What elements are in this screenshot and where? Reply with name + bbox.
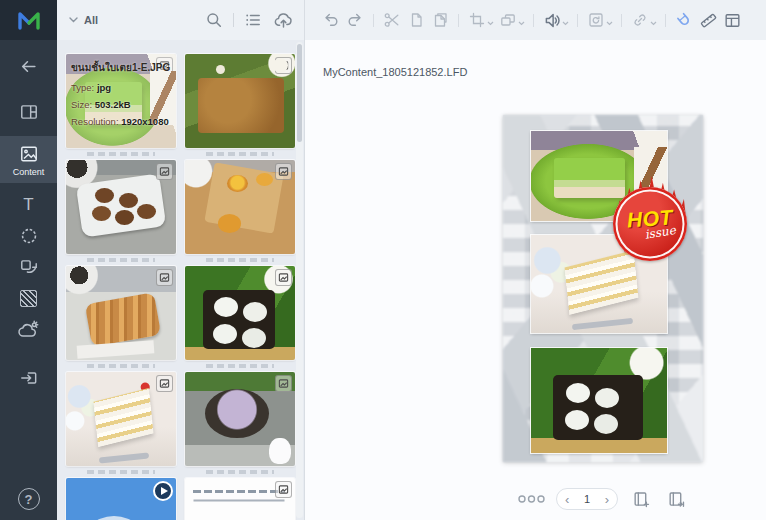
content-library-panel: All [57, 0, 305, 520]
image-type-badge-icon [156, 163, 173, 180]
sidebar-item-template[interactable] [0, 100, 57, 124]
chevron-down-icon[interactable] [606, 21, 613, 26]
crop-button[interactable] [465, 6, 489, 34]
search-icon [205, 11, 223, 29]
back-button[interactable] [0, 54, 57, 78]
page-dots-icon[interactable] [518, 494, 545, 504]
thumbnail-cake-slice[interactable] [66, 372, 176, 466]
redo-button[interactable] [343, 6, 367, 34]
thumbnail-coconut-custard-cups[interactable] [185, 266, 295, 360]
magicinfo-m-icon [16, 8, 42, 32]
shapes-icon [19, 257, 39, 277]
text-tool-icon: T [23, 195, 33, 215]
audio-tool-group [540, 6, 571, 34]
scalloped-circle-icon [19, 226, 39, 246]
chevron-down-icon [69, 17, 78, 23]
thumbnail-thai-text-poster[interactable] [185, 478, 295, 520]
magicinfo-logo [0, 0, 57, 40]
canvas-photo-coconut-custard[interactable] [531, 348, 667, 453]
thumbnail-caption [206, 258, 274, 262]
crop-tool-group [465, 6, 496, 34]
list-item [185, 478, 295, 520]
audio-button[interactable] [540, 6, 564, 34]
list-item [66, 266, 176, 370]
thumbnail-granola-dessert[interactable] [185, 54, 295, 148]
sidebar: Content T [0, 0, 57, 520]
thumbnail-taro-dessert-bowl[interactable] [185, 372, 295, 466]
content-filter-dropdown[interactable]: All [69, 14, 98, 26]
hot-issue-sticker[interactable]: HOT issue [610, 179, 692, 261]
paste-button[interactable] [428, 6, 452, 34]
chevron-down-icon[interactable] [518, 21, 525, 26]
library-header: All [57, 0, 304, 40]
page-navigator: ‹ 1 › [556, 488, 618, 510]
tooltip-filename: ขนมชั้นใบเตย1-E.JPG [71, 60, 171, 75]
canvas-artboard[interactable]: HOT issue [503, 115, 703, 462]
previous-page-button[interactable]: ‹ [565, 493, 569, 506]
search-button[interactable] [203, 8, 225, 32]
page-controls: ‹ 1 › [493, 487, 713, 511]
scrollbar-thumb[interactable] [297, 44, 302, 142]
undo-button[interactable] [319, 6, 343, 34]
image-type-badge-icon [275, 163, 292, 180]
toolbar-divider [665, 14, 666, 27]
image-type-badge-icon [275, 269, 292, 286]
sidebar-item-weather[interactable] [0, 317, 57, 341]
magnet-snap-button[interactable] [672, 6, 696, 34]
image-icon [19, 144, 39, 164]
cut-button[interactable] [380, 6, 404, 34]
sidebar-item-pattern[interactable] [0, 286, 57, 310]
link-button[interactable] [628, 6, 652, 34]
list-view-button[interactable] [242, 8, 264, 32]
sidebar-item-text[interactable]: T [0, 193, 57, 217]
sticker-text-issue: issue [643, 224, 675, 241]
thumbnail-caption [206, 364, 274, 368]
next-page-button[interactable]: › [605, 493, 609, 506]
toolbar-divider [533, 14, 534, 27]
go-last-page-button[interactable] [664, 487, 688, 511]
help-button[interactable]: ? [18, 488, 40, 510]
chevron-down-icon[interactable] [650, 21, 657, 26]
sidebar-item-shapes[interactable] [0, 255, 57, 279]
layout-icon [19, 102, 39, 122]
document-title: MyContent_1805121852.LFD [323, 66, 467, 78]
thumbnail-pandan-layer-cake[interactable]: ขนมชั้นใบเตย1-E.JPG Type: jpg Size: 503.… [66, 54, 176, 148]
thumbnail-sausage-pastry[interactable] [66, 266, 176, 360]
thumbnail-promo-video[interactable] [66, 478, 176, 520]
thumbnail-caption [87, 364, 155, 368]
chevron-down-icon[interactable] [562, 21, 569, 26]
toolbar-divider [458, 14, 459, 27]
ruler-button[interactable] [696, 6, 720, 34]
list-item [66, 478, 176, 520]
image-type-badge-icon [156, 375, 173, 392]
toolbar-divider [577, 14, 578, 27]
thumbnail-egg-tarts[interactable] [185, 160, 295, 254]
toolbar-divider [621, 14, 622, 27]
thumbnail-chocolate-cookies[interactable] [66, 160, 176, 254]
effect-button[interactable] [584, 6, 608, 34]
library-actions [203, 8, 294, 32]
copy-button[interactable] [404, 6, 428, 34]
thumbnail-caption [87, 470, 155, 474]
upload-button[interactable] [272, 8, 294, 32]
list-item [185, 54, 295, 158]
last-page-icon [667, 490, 686, 509]
grid-table-button[interactable] [720, 6, 744, 34]
image-type-badge-icon [275, 481, 292, 498]
add-page-button[interactable] [629, 487, 653, 511]
editor-area: MyContent_1805121852.LFD HOT issue [305, 0, 766, 520]
chevron-down-icon[interactable] [487, 21, 494, 26]
thumbnail-caption [87, 258, 155, 262]
image-type-badge-icon [275, 375, 292, 392]
list-item [185, 160, 295, 264]
sidebar-item-content[interactable]: Content [0, 136, 57, 183]
sidebar-nav: Content T [0, 40, 57, 397]
canvas-pane[interactable]: MyContent_1805121852.LFD HOT issue [305, 40, 766, 520]
app-window: Content T [0, 0, 766, 520]
sidebar-item-sticker[interactable] [0, 224, 57, 248]
sidebar-item-datalink[interactable] [0, 366, 57, 390]
library-scrollbar[interactable] [296, 42, 303, 518]
arrange-button[interactable] [496, 6, 520, 34]
arrow-left-icon [19, 57, 38, 76]
thumbnail-caption [206, 470, 274, 474]
